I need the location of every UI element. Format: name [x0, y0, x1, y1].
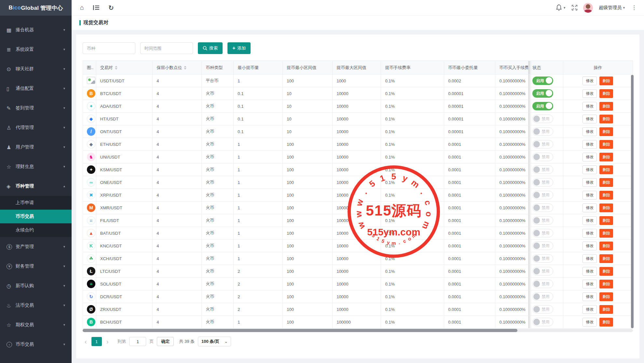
search-button[interactable]: 搜索	[198, 42, 223, 54]
delete-button[interactable]: 删除	[599, 229, 613, 238]
status-toggle[interactable]: 禁用	[532, 178, 553, 187]
user-menu[interactable]: 超级管理员▼	[599, 5, 625, 11]
edit-button[interactable]: 修改	[582, 165, 597, 174]
horizontal-scrollbar-thumb[interactable]	[83, 329, 517, 332]
delete-button[interactable]: 删除	[599, 153, 613, 161]
status-toggle[interactable]: 禁用	[532, 115, 553, 123]
delete-button[interactable]: 删除	[599, 165, 613, 174]
sort-icon[interactable]	[115, 66, 117, 70]
sidebar-item[interactable]: ♙代理管理▼	[0, 118, 72, 137]
status-toggle[interactable]: 禁用	[532, 191, 553, 199]
sidebar-item[interactable]: ☆理财生息▼	[0, 157, 72, 176]
sidebar-item[interactable]: ◈币种管理▲	[0, 176, 72, 196]
sidebar-subitem[interactable]: 上币申请	[0, 196, 72, 210]
column-header[interactable]: 保留小数点位	[153, 61, 202, 75]
add-button[interactable]: + 添加	[227, 42, 251, 54]
column-header[interactable]: 交易对	[96, 61, 152, 75]
user-avatar[interactable]	[583, 3, 593, 13]
status-toggle[interactable]: 禁用	[532, 242, 553, 250]
delete-button[interactable]: 删除	[599, 77, 613, 85]
date-range-input[interactable]	[140, 42, 193, 54]
edit-button[interactable]: 修改	[582, 102, 597, 111]
status-toggle[interactable]: 禁用	[532, 318, 553, 326]
edit-button[interactable]: 修改	[582, 89, 597, 98]
page-size-select[interactable]: 100 条/页 ⌄	[198, 337, 231, 346]
more-options-icon[interactable]: ⋮	[631, 4, 637, 11]
edit-button[interactable]: 修改	[582, 318, 597, 327]
status-toggle[interactable]: 启用	[532, 77, 553, 85]
edit-button[interactable]: 修改	[582, 140, 597, 149]
delete-button[interactable]: 删除	[599, 216, 613, 225]
status-toggle[interactable]: 禁用	[532, 216, 553, 225]
home-icon[interactable]: ⌂	[80, 4, 84, 11]
delete-button[interactable]: 删除	[599, 89, 613, 98]
delete-button[interactable]: 删除	[599, 242, 613, 250]
delete-button[interactable]: 删除	[599, 267, 613, 276]
sidebar-item[interactable]: ▯通信配置▼	[0, 79, 72, 98]
status-toggle[interactable]: 禁用	[532, 280, 553, 288]
status-toggle[interactable]: 禁用	[532, 254, 553, 263]
delete-button[interactable]: 删除	[599, 254, 613, 263]
sidebar-item[interactable]: ≣系统设置▼	[0, 40, 72, 59]
sidebar-subitem[interactable]: 币币交易	[0, 210, 72, 223]
delete-button[interactable]: 删除	[599, 178, 613, 187]
status-toggle[interactable]: 禁用	[532, 292, 553, 301]
sidebar-item[interactable]: $资产管理▼	[0, 237, 72, 257]
sidebar-item[interactable]: ▦撮合机器▼	[0, 20, 72, 40]
edit-button[interactable]: 修改	[582, 229, 597, 238]
status-toggle[interactable]: 启用	[532, 89, 553, 98]
sidebar-item[interactable]: ¥财务管理▼	[0, 257, 72, 276]
prev-page-button[interactable]: ‹	[83, 338, 88, 345]
next-page-button[interactable]: ›	[105, 338, 110, 345]
status-toggle[interactable]: 禁用	[532, 267, 553, 275]
edit-button[interactable]: 修改	[582, 191, 597, 200]
delete-button[interactable]: 删除	[599, 305, 613, 314]
sidebar-item[interactable]: ✎签到管理▼	[0, 98, 72, 118]
edit-button[interactable]: 修改	[582, 203, 597, 212]
sidebar-item[interactable]: ♨法币交易▼	[0, 296, 72, 315]
sidebar-item[interactable]: ♟用户管理▼	[0, 137, 72, 157]
coin-filter-input[interactable]	[83, 42, 135, 54]
delete-button[interactable]: 删除	[599, 203, 613, 212]
edit-button[interactable]: 修改	[582, 115, 597, 123]
status-toggle[interactable]: 启用	[532, 102, 553, 110]
sidebar-item[interactable]: ⊙聊天社群▼	[0, 59, 72, 79]
delete-button[interactable]: 删除	[599, 191, 613, 200]
edit-button[interactable]: 修改	[582, 292, 597, 301]
sort-icon[interactable]	[184, 66, 186, 70]
fullscreen-icon[interactable]	[572, 5, 577, 10]
edit-button[interactable]: 修改	[582, 242, 597, 250]
sidebar-subitem[interactable]: 永续合约	[0, 223, 72, 237]
status-toggle[interactable]: 禁用	[532, 229, 553, 237]
delete-button[interactable]: 删除	[599, 280, 613, 288]
edit-button[interactable]: 修改	[582, 178, 597, 187]
vertical-scrollbar-thumb[interactable]	[631, 75, 634, 328]
delete-button[interactable]: 删除	[599, 127, 613, 136]
notification-bell-icon[interactable]: ▼	[556, 4, 566, 11]
status-toggle[interactable]: 禁用	[532, 305, 553, 314]
edit-button[interactable]: 修改	[582, 305, 597, 314]
edit-button[interactable]: 修改	[582, 254, 597, 263]
sidebar-item[interactable]: ◷新币认购▼	[0, 276, 72, 296]
delete-button[interactable]: 删除	[599, 140, 613, 149]
delete-button[interactable]: 删除	[599, 292, 613, 301]
edit-button[interactable]: 修改	[582, 77, 597, 85]
edit-button[interactable]: 修改	[582, 127, 597, 136]
goto-page-input[interactable]	[129, 337, 146, 346]
delete-button[interactable]: 删除	[599, 318, 613, 327]
edit-button[interactable]: 修改	[582, 153, 597, 161]
edit-button[interactable]: 修改	[582, 216, 597, 225]
goto-confirm-button[interactable]: 确定	[157, 337, 174, 346]
collapse-menu-icon[interactable]	[93, 5, 99, 10]
sidebar-item[interactable]: ☆期权交易▼	[0, 315, 72, 335]
status-toggle[interactable]: 禁用	[532, 203, 553, 212]
delete-button[interactable]: 删除	[599, 115, 613, 123]
refresh-icon[interactable]: ↻	[108, 4, 114, 12]
page-number-button[interactable]: 1	[91, 337, 102, 346]
status-toggle[interactable]: 禁用	[532, 127, 553, 136]
sidebar-item[interactable]: ‹币币交易▼	[0, 335, 72, 354]
edit-button[interactable]: 修改	[582, 267, 597, 276]
edit-button[interactable]: 修改	[582, 280, 597, 288]
status-toggle[interactable]: 禁用	[532, 165, 553, 174]
status-toggle[interactable]: 禁用	[532, 140, 553, 148]
